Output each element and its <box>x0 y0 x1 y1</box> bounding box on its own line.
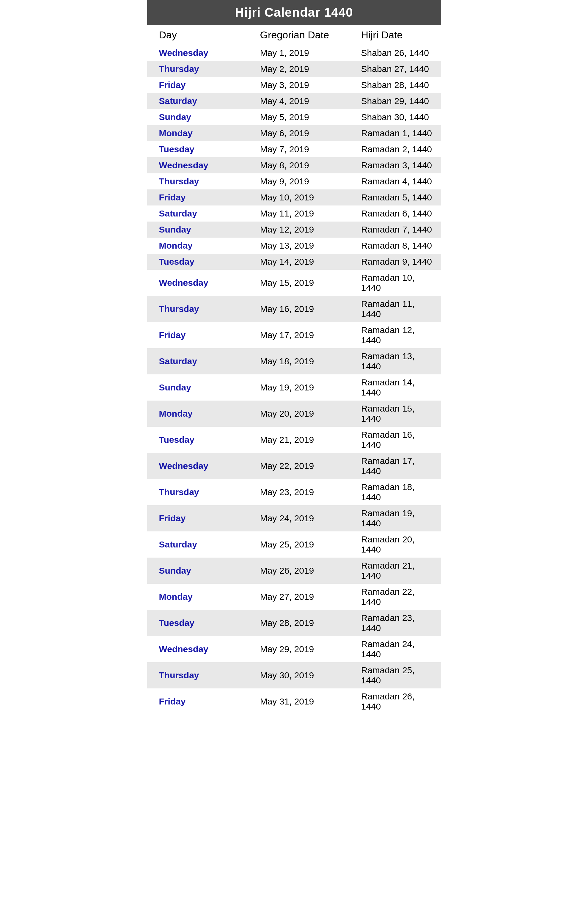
gregorian-cell: May 2, 2019 <box>242 61 343 77</box>
hijri-cell: Ramadan 19, 1440 <box>343 505 441 532</box>
day-cell: Sunday <box>147 558 242 584</box>
gregorian-cell: May 7, 2019 <box>242 141 343 157</box>
day-cell: Tuesday <box>147 610 242 636</box>
gregorian-cell: May 22, 2019 <box>242 453 343 479</box>
gregorian-cell: May 26, 2019 <box>242 558 343 584</box>
day-cell: Sunday <box>147 374 242 401</box>
day-cell: Friday <box>147 77 242 93</box>
table-row: WednesdayMay 29, 2019Ramadan 24, 1440 <box>147 636 441 662</box>
day-cell: Friday <box>147 189 242 205</box>
table-header-row: Day Gregorian Date Hijri Date <box>147 25 441 45</box>
day-cell: Wednesday <box>147 45 242 61</box>
day-cell: Friday <box>147 505 242 532</box>
hijri-cell: Ramadan 14, 1440 <box>343 374 441 401</box>
day-cell: Wednesday <box>147 270 242 296</box>
hijri-cell: Shaban 29, 1440 <box>343 93 441 109</box>
hijri-cell: Ramadan 4, 1440 <box>343 173 441 189</box>
table-body: WednesdayMay 1, 2019Shaban 26, 1440Thurs… <box>147 45 441 714</box>
gregorian-cell: May 12, 2019 <box>242 221 343 238</box>
gregorian-cell: May 24, 2019 <box>242 505 343 532</box>
day-cell: Tuesday <box>147 141 242 157</box>
day-cell: Monday <box>147 401 242 427</box>
gregorian-cell: May 14, 2019 <box>242 254 343 270</box>
gregorian-cell: May 1, 2019 <box>242 45 343 61</box>
table-row: FridayMay 31, 2019Ramadan 26, 1440 <box>147 688 441 714</box>
gregorian-cell: May 19, 2019 <box>242 374 343 401</box>
day-cell: Saturday <box>147 205 242 221</box>
table-row: SundayMay 26, 2019Ramadan 21, 1440 <box>147 558 441 584</box>
hijri-cell: Shaban 27, 1440 <box>343 61 441 77</box>
hijri-cell: Shaban 28, 1440 <box>343 77 441 93</box>
hijri-cell: Ramadan 16, 1440 <box>343 427 441 453</box>
hijri-cell: Ramadan 1, 1440 <box>343 125 441 141</box>
table-row: FridayMay 24, 2019Ramadan 19, 1440 <box>147 505 441 532</box>
gregorian-cell: May 13, 2019 <box>242 238 343 254</box>
table-row: FridayMay 3, 2019Shaban 28, 1440 <box>147 77 441 93</box>
gregorian-cell: May 17, 2019 <box>242 322 343 348</box>
hijri-cell: Ramadan 13, 1440 <box>343 348 441 374</box>
gregorian-cell: May 29, 2019 <box>242 636 343 662</box>
day-cell: Saturday <box>147 532 242 558</box>
hijri-cell: Ramadan 25, 1440 <box>343 662 441 688</box>
table-row: TuesdayMay 14, 2019Ramadan 9, 1440 <box>147 254 441 270</box>
gregorian-cell: May 5, 2019 <box>242 109 343 125</box>
hijri-cell: Ramadan 11, 1440 <box>343 296 441 322</box>
day-cell: Thursday <box>147 296 242 322</box>
gregorian-cell: May 25, 2019 <box>242 532 343 558</box>
day-cell: Wednesday <box>147 453 242 479</box>
hijri-cell: Ramadan 6, 1440 <box>343 205 441 221</box>
gregorian-cell: May 30, 2019 <box>242 662 343 688</box>
gregorian-cell: May 28, 2019 <box>242 610 343 636</box>
gregorian-cell: May 8, 2019 <box>242 157 343 173</box>
gregorian-cell: May 16, 2019 <box>242 296 343 322</box>
day-cell: Sunday <box>147 109 242 125</box>
hijri-cell: Ramadan 17, 1440 <box>343 453 441 479</box>
gregorian-cell: May 4, 2019 <box>242 93 343 109</box>
day-cell: Friday <box>147 688 242 714</box>
day-cell: Monday <box>147 125 242 141</box>
gregorian-cell: May 6, 2019 <box>242 125 343 141</box>
hijri-cell: Ramadan 7, 1440 <box>343 221 441 238</box>
gregorian-cell: May 27, 2019 <box>242 584 343 610</box>
hijri-cell: Ramadan 22, 1440 <box>343 584 441 610</box>
table-row: SaturdayMay 4, 2019Shaban 29, 1440 <box>147 93 441 109</box>
hijri-cell: Ramadan 23, 1440 <box>343 610 441 636</box>
hijri-cell: Ramadan 12, 1440 <box>343 322 441 348</box>
gregorian-cell: May 15, 2019 <box>242 270 343 296</box>
gregorian-cell: May 10, 2019 <box>242 189 343 205</box>
day-cell: Saturday <box>147 93 242 109</box>
day-cell: Wednesday <box>147 157 242 173</box>
calendar-title: Hijri Calendar 1440 <box>147 0 441 25</box>
table-row: SundayMay 19, 2019Ramadan 14, 1440 <box>147 374 441 401</box>
table-row: SundayMay 12, 2019Ramadan 7, 1440 <box>147 221 441 238</box>
hijri-cell: Shaban 26, 1440 <box>343 45 441 61</box>
day-cell: Thursday <box>147 662 242 688</box>
table-row: MondayMay 13, 2019Ramadan 8, 1440 <box>147 238 441 254</box>
table-row: WednesdayMay 1, 2019Shaban 26, 1440 <box>147 45 441 61</box>
gregorian-cell: May 31, 2019 <box>242 688 343 714</box>
day-cell: Saturday <box>147 348 242 374</box>
header-hijri: Hijri Date <box>343 25 441 45</box>
table-row: WednesdayMay 22, 2019Ramadan 17, 1440 <box>147 453 441 479</box>
table-row: ThursdayMay 16, 2019Ramadan 11, 1440 <box>147 296 441 322</box>
gregorian-cell: May 20, 2019 <box>242 401 343 427</box>
table-row: SundayMay 5, 2019Shaban 30, 1440 <box>147 109 441 125</box>
table-row: SaturdayMay 11, 2019Ramadan 6, 1440 <box>147 205 441 221</box>
table-row: FridayMay 17, 2019Ramadan 12, 1440 <box>147 322 441 348</box>
calendar-table: Day Gregorian Date Hijri Date WednesdayM… <box>147 25 441 714</box>
hijri-cell: Ramadan 5, 1440 <box>343 189 441 205</box>
day-cell: Tuesday <box>147 254 242 270</box>
day-cell: Wednesday <box>147 636 242 662</box>
header-day: Day <box>147 25 242 45</box>
day-cell: Tuesday <box>147 427 242 453</box>
gregorian-cell: May 9, 2019 <box>242 173 343 189</box>
hijri-cell: Shaban 30, 1440 <box>343 109 441 125</box>
table-row: WednesdayMay 8, 2019Ramadan 3, 1440 <box>147 157 441 173</box>
gregorian-cell: May 11, 2019 <box>242 205 343 221</box>
table-row: SaturdayMay 25, 2019Ramadan 20, 1440 <box>147 532 441 558</box>
calendar-container: Hijri Calendar 1440 Day Gregorian Date H… <box>147 0 441 714</box>
table-row: TuesdayMay 28, 2019Ramadan 23, 1440 <box>147 610 441 636</box>
hijri-cell: Ramadan 8, 1440 <box>343 238 441 254</box>
hijri-cell: Ramadan 2, 1440 <box>343 141 441 157</box>
hijri-cell: Ramadan 24, 1440 <box>343 636 441 662</box>
